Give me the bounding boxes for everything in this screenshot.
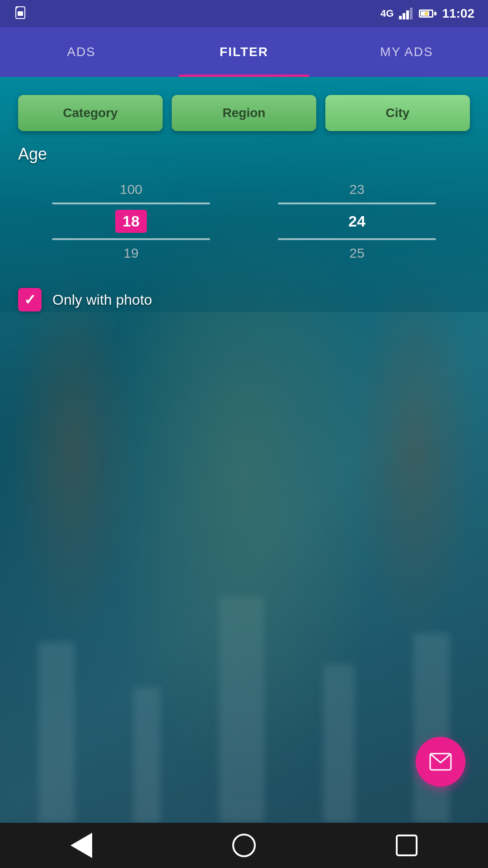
only-with-photo-checkbox[interactable]: ✓ <box>18 288 42 311</box>
status-icons: 4G ⚡ 11:02 <box>380 6 474 21</box>
slider2-track-top[interactable] <box>278 203 436 204</box>
svg-rect-1 <box>18 11 23 16</box>
time-display: 11:02 <box>442 6 474 21</box>
slider2-current-value: 24 <box>341 210 373 233</box>
checkmark-icon: ✓ <box>24 291 36 308</box>
filter-controls: Category Region City Age 100 18 19 23 24 <box>0 77 488 311</box>
category-button[interactable]: Category <box>18 95 163 131</box>
svg-rect-5 <box>406 10 409 19</box>
back-button[interactable] <box>66 830 97 861</box>
city-button[interactable]: City <box>325 95 470 131</box>
svg-rect-3 <box>399 16 402 19</box>
recents-button[interactable] <box>391 830 422 861</box>
region-button[interactable]: Region <box>172 95 316 131</box>
min-age-slider: 100 18 19 <box>52 182 210 261</box>
tab-ads[interactable]: ADS <box>0 27 163 77</box>
slider2-above-value: 23 <box>349 182 364 197</box>
status-bar: 4G ⚡ 11:02 <box>0 0 488 27</box>
back-arrow-icon <box>70 833 92 858</box>
recents-square-icon <box>396 835 418 856</box>
age-sliders: 100 18 19 23 24 25 <box>18 182 470 261</box>
message-fab-button[interactable] <box>416 737 465 787</box>
slider1-track-bottom[interactable] <box>52 238 210 240</box>
sim-icon <box>14 6 27 21</box>
svg-rect-4 <box>403 13 405 19</box>
bottom-navigation <box>0 823 488 868</box>
max-age-slider: 23 24 25 <box>278 182 436 261</box>
home-button[interactable] <box>228 830 260 861</box>
slider1-current-value: 18 <box>115 210 147 233</box>
age-section-label: Age <box>18 145 470 164</box>
only-with-photo-label: Only with photo <box>52 292 152 308</box>
only-with-photo-row: ✓ Only with photo <box>18 288 470 311</box>
tab-bar: ADS FILTER MY ADS <box>0 27 488 77</box>
envelope-icon <box>429 753 452 771</box>
slider1-track-top[interactable] <box>52 203 210 204</box>
home-circle-icon <box>232 834 256 857</box>
signal-icon <box>399 8 413 19</box>
network-badge: 4G <box>380 8 394 19</box>
svg-rect-6 <box>410 8 413 19</box>
slider2-below-value: 25 <box>349 245 364 261</box>
slider1-below-value: 19 <box>123 245 138 261</box>
battery-icon: ⚡ <box>419 9 436 18</box>
main-content: Category Region City Age 100 18 19 23 24 <box>0 77 488 823</box>
tab-filter[interactable]: FILTER <box>163 27 325 77</box>
slider2-track-bottom[interactable] <box>278 238 436 240</box>
filter-buttons-row: Category Region City <box>18 95 470 131</box>
tab-my-ads[interactable]: MY ADS <box>325 27 488 77</box>
slider1-above-value: 100 <box>120 182 142 197</box>
